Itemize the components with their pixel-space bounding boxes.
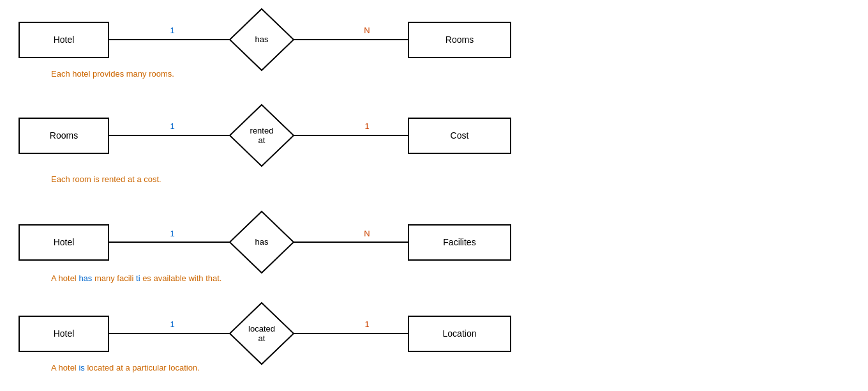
svg-text:1: 1	[170, 319, 174, 329]
svg-text:1: 1	[364, 121, 369, 131]
svg-text:Hotel: Hotel	[54, 328, 75, 339]
svg-text:Cost: Cost	[451, 130, 469, 141]
svg-text:has: has	[255, 34, 269, 44]
svg-text:Each room is rented at a cost.: Each room is rented at a cost.	[51, 174, 161, 184]
svg-text:Each hotel provides many rooms: Each hotel provides many rooms.	[51, 69, 174, 79]
svg-text:Rooms: Rooms	[445, 34, 474, 45]
svg-text:A hotel 
      is
       locat: A hotel is located at a particular locat…	[51, 363, 200, 372]
svg-text:N: N	[364, 229, 370, 238]
svg-text:has: has	[255, 237, 269, 247]
svg-text:Facilites: Facilites	[443, 237, 475, 247]
svg-text:A hotel 
      has
       many: A hotel has many facili ti es available …	[51, 273, 221, 283]
er-diagram-container: Hotel 1 has N Rooms Each hotel provides …	[0, 0, 868, 391]
svg-text:N: N	[364, 26, 370, 35]
svg-text:Hotel: Hotel	[54, 34, 75, 45]
svg-text:1: 1	[170, 229, 174, 238]
svg-text:Location: Location	[443, 328, 477, 339]
svg-text:1: 1	[364, 319, 369, 329]
svg-text:Hotel: Hotel	[54, 237, 75, 247]
svg-text:1: 1	[170, 26, 174, 35]
svg-text:located: located	[248, 324, 275, 334]
svg-text:at: at	[258, 334, 266, 343]
svg-text:at: at	[258, 135, 266, 145]
svg-text:Rooms: Rooms	[50, 130, 78, 141]
er-diagram-svg: Hotel 1 has N Rooms Each hotel provides …	[0, 0, 868, 391]
svg-text:1: 1	[170, 121, 174, 131]
svg-text:rented: rented	[250, 126, 274, 135]
